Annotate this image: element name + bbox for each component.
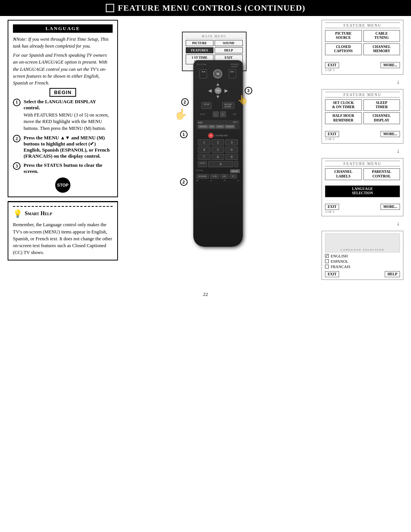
num-1[interactable]: 1	[198, 139, 210, 145]
fp2-exit-row: EXIT MORE...	[325, 131, 400, 137]
lang-help-btn[interactable]: HELP	[385, 271, 400, 277]
pip-sub: MTS	[233, 121, 237, 124]
fp1-picture-source: PICTURESOURCE	[325, 30, 362, 42]
step-2-num: 2	[13, 135, 21, 142]
panel-arrow-2: ↓	[325, 147, 400, 154]
espanol-checkbox[interactable]	[325, 259, 329, 263]
num-4[interactable]: 4	[198, 147, 210, 153]
rew-btn[interactable]: ◀◀	[199, 69, 207, 78]
ff-btn[interactable]: ▶▶	[229, 69, 236, 78]
fp2-exit-btn[interactable]: EXIT	[325, 131, 339, 137]
pip-label: PIP	[198, 121, 202, 124]
nav-left[interactable]: ◀	[208, 88, 212, 94]
pip-freeze[interactable]: FREEZE	[225, 125, 235, 128]
num-8[interactable]: 8	[212, 154, 224, 160]
badge-2-top: 2	[181, 98, 189, 106]
nav-ok[interactable]: OK	[215, 87, 221, 94]
num-6[interactable]: 6	[225, 147, 238, 153]
sleep-btn[interactable]: SLEEP	[198, 161, 207, 167]
vol-row: VOL − + CH	[193, 110, 243, 119]
fp2-dashes: · · · · · ·	[325, 126, 400, 129]
vol-down[interactable]: −	[213, 111, 219, 117]
fp1-channel-memory: CHANNELMEMORY	[363, 43, 400, 55]
lang-exit-row: EXIT HELP	[325, 271, 400, 277]
num-9[interactable]: 9	[225, 154, 238, 160]
badge-2-bottom: 2	[180, 178, 188, 186]
language-box: LANGUAGE NNote: If you went through Firs…	[8, 20, 118, 197]
main-content: LANGUAGE NNote: If you went through Firs…	[0, 16, 411, 284]
english-label: ENGLISH	[331, 254, 348, 258]
mode-label: MODE	[196, 179, 240, 182]
fp3-language-selection[interactable]: LANGUAGESELECTION	[325, 185, 400, 197]
fp3-channel-labels: CHANNELLABELS	[325, 168, 362, 180]
remote-rew-ff-row: ◀◀ M ▶▶	[193, 68, 243, 80]
on-btn[interactable]: ON	[220, 174, 228, 179]
fp3-grid: CHANNELLABELS PARENTALCONTROL	[325, 168, 400, 180]
francais-checkbox[interactable]	[325, 265, 329, 268]
fp1-closed-captions: CLOSEDCAPTIONS	[325, 43, 362, 55]
lang-francais: FRANCAIS	[325, 265, 400, 269]
pip-swap[interactable]: SWAP	[216, 125, 224, 128]
fp1-exit-btn[interactable]: EXIT	[325, 62, 339, 68]
language-spanish-french: For our Spanish and French speaking TV o…	[13, 52, 113, 86]
stop-pause-row: STOP PAUSE/SLEEP	[193, 101, 243, 110]
fp1-grid: PICTURESOURCE CABLETUNING CLOSEDCAPTIONS…	[325, 30, 400, 55]
fp3-parental-control: PARENTALCONTROL	[363, 168, 400, 180]
parrot-image: LANGUAGE SELECTION	[325, 233, 400, 252]
pip-on-off[interactable]: ON/OFF	[198, 125, 208, 128]
fp2-more-btn[interactable]: MORE...	[381, 131, 400, 137]
nav-right[interactable]: ▶	[225, 88, 228, 94]
lang-exit-btn[interactable]: EXIT	[325, 271, 339, 277]
fp3-more-btn[interactable]: MORE...	[381, 204, 400, 210]
tuner-pip-btn[interactable]: ●	[208, 133, 213, 138]
smart-btn[interactable]: SMART	[230, 169, 240, 173]
tv-vcr-row: TV/VCR SMART POWER VCR ON TV MODE	[193, 168, 243, 184]
francais-label: FRANCAIS	[331, 265, 350, 269]
smart-help-box: 💡 Smart Help Remember, the Language cont…	[8, 201, 118, 260]
pip-pos[interactable]: POS	[209, 125, 215, 128]
power-btn[interactable]: POWER	[196, 174, 209, 179]
feature-panel-1: FEATURE MENU PICTURESOURCE CABLETUNING C…	[322, 20, 403, 75]
num-5[interactable]: 5	[212, 147, 224, 153]
vol-up[interactable]: +	[220, 111, 226, 117]
fp2-page: 2 OF 5	[325, 137, 400, 141]
num-3[interactable]: 3	[225, 139, 238, 145]
language-section-title: LANGUAGE	[13, 24, 113, 33]
remote-control: PLAY► STATUSLIGHT ◀◀ M ▶▶ ▲ ◀ OK ▶	[193, 60, 243, 247]
sound-btn: SOUND	[215, 40, 243, 46]
fp3-page: 3 OF 5	[325, 210, 400, 214]
num-0[interactable]: 0	[208, 161, 233, 167]
nav-down[interactable]: ▼	[216, 94, 220, 100]
vcr-btn[interactable]: VCR	[210, 174, 219, 179]
nav-up[interactable]: ▲	[216, 81, 220, 87]
lang-espanol: ESPANOL	[325, 259, 400, 264]
espanol-label: ESPANOL	[331, 259, 348, 264]
zigzag-divider	[13, 206, 113, 207]
pip-row: PIP MTS ON/OFF POS SWAP FREEZE	[196, 120, 240, 129]
panel-arrow-1: ↓	[325, 78, 400, 85]
picture-btn: PICTURE	[186, 40, 214, 46]
pause-btn[interactable]: PAUSE/SLEEP	[222, 102, 234, 109]
feature-panel-2: FEATURE MENU SET CLOCK& ON TIMER SLEEPTI…	[322, 89, 403, 144]
number-pad: ● 2 TUNER PIP 1 2 3 4 5 6 7 8 9	[193, 131, 243, 168]
blank-btn[interactable]	[234, 161, 238, 167]
english-checkbox[interactable]	[325, 254, 329, 258]
fp1-dashes: · · · · · ·	[325, 57, 400, 61]
fp2-title: FEATURE MENU	[325, 92, 400, 97]
fp3-exit-btn[interactable]: EXIT	[325, 204, 339, 210]
num-7[interactable]: 7	[198, 154, 210, 160]
begin-button: BEGIN	[13, 89, 113, 96]
panel-arrow-3: ↓	[325, 220, 400, 227]
page-title-bar: FEATURE MENU CONTROLS (CONTINUED)	[0, 0, 411, 16]
badge-3: 3	[245, 87, 252, 94]
page-number: 22	[0, 291, 411, 301]
main-menu-title: MAIN MENU	[186, 35, 243, 38]
remote-status-label: STATUSLIGHT	[231, 63, 239, 68]
stop-btn[interactable]: STOP	[201, 102, 212, 109]
num-2[interactable]: 2	[212, 139, 224, 145]
smart-help-title: 💡 Smart Help	[13, 209, 113, 218]
tv-btn[interactable]: TV	[229, 174, 237, 179]
square-icon	[106, 4, 114, 12]
m-btn[interactable]: M	[213, 69, 222, 78]
fp1-more-btn[interactable]: MORE...	[381, 62, 400, 68]
